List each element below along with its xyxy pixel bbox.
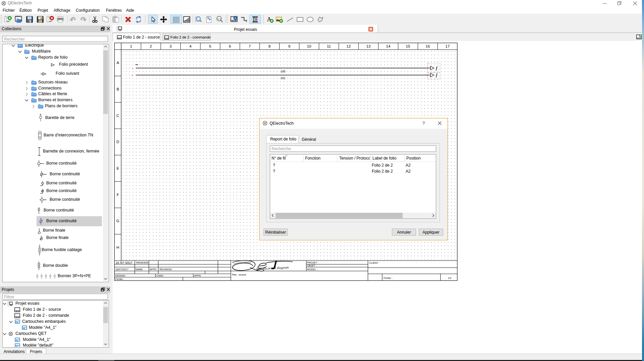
svg-text:1: 1: [130, 44, 132, 48]
svg-text:11: 11: [327, 44, 331, 48]
svg-text:7: 7: [249, 44, 251, 48]
svg-text:4: 4: [189, 44, 192, 48]
svg-text:APPD: APPD: [194, 274, 201, 277]
svg-text:APPD: APPD: [150, 268, 157, 271]
svg-text:PROJET :: PROJET :: [307, 261, 318, 264]
svg-text:1: 1: [132, 67, 133, 69]
svg-text:C: C: [116, 114, 119, 118]
svg-text:F: F: [117, 193, 119, 197]
svg-text:REVISION: REVISION: [160, 268, 172, 271]
svg-text:G: G: [116, 219, 119, 223]
svg-text:A: A: [117, 61, 119, 65]
svg-text:5: 5: [209, 44, 211, 48]
svg-text:13: 13: [366, 44, 371, 48]
svg-text:D: D: [116, 140, 119, 144]
svg-text:17: 17: [446, 44, 450, 48]
svg-text:9: 9: [288, 44, 290, 48]
svg-text:CLIENT :: CLIENT :: [369, 261, 379, 264]
svg-text:E: E: [117, 166, 119, 170]
svg-text:Titre : source: Titre : source: [232, 273, 246, 276]
svg-text:3: 3: [170, 44, 172, 48]
svg-text:15: 15: [406, 44, 410, 48]
svg-text:2: 2: [150, 44, 152, 48]
svg-text:12: 12: [347, 44, 351, 48]
svg-text:14: 14: [386, 44, 391, 48]
svg-text:1/2: 1/2: [448, 277, 451, 280]
svg-text:OBJET :: OBJET :: [307, 264, 316, 267]
svg-text:Fichier :: Fichier :: [115, 278, 124, 281]
svg-text:DESIGN :: DESIGN :: [115, 274, 126, 277]
svg-text:MODEL :: MODEL :: [307, 268, 317, 271]
svg-text:101: 101: [281, 76, 285, 80]
svg-text:B: B: [117, 87, 119, 91]
svg-text:16/07/2017: 16/07/2017: [115, 268, 128, 271]
svg-text:8: 8: [269, 44, 271, 48]
svg-text:4: 4: [132, 74, 133, 76]
svg-text:6: 6: [229, 44, 231, 48]
svg-text:100: 100: [281, 70, 285, 73]
svg-text:1:1: 1:1: [217, 17, 221, 20]
svg-text:RAGEADE: RAGEADE: [136, 261, 149, 264]
svg-text:Fichier :: Fichier :: [384, 277, 393, 280]
svg-text:H: H: [116, 245, 119, 249]
svg-text:16 /07 /2017: 16 /07 /2017: [116, 261, 132, 264]
svg-text:16: 16: [426, 44, 430, 48]
svg-text:free electrical diagram: free electrical diagram: [256, 265, 289, 271]
svg-text:CHKD: CHKD: [156, 274, 164, 277]
svg-text:NAME: NAME: [135, 268, 143, 271]
svg-text:10: 10: [307, 44, 311, 48]
